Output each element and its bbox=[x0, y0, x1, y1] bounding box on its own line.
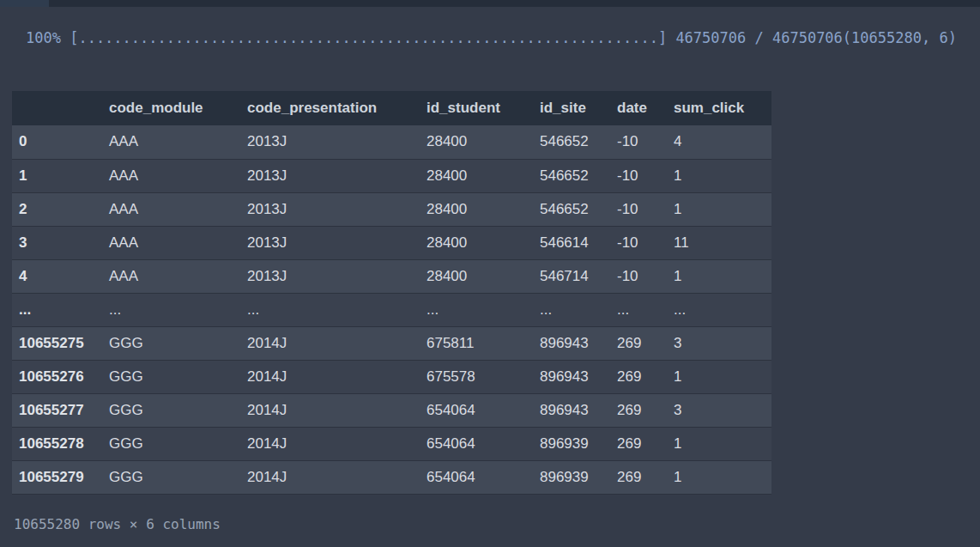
table-cell: 654064 bbox=[420, 427, 533, 460]
table-cell: 28400 bbox=[420, 125, 533, 159]
row-index-label: 10655278 bbox=[12, 427, 102, 460]
table-cell: 269 bbox=[610, 393, 667, 427]
table-cell: 269 bbox=[610, 460, 667, 494]
table-row: 10655277GGG2014J6540648969432693 bbox=[12, 393, 771, 427]
table-cell: 269 bbox=[610, 427, 667, 460]
table-cell: 2013J bbox=[240, 159, 420, 192]
table-cell: 654064 bbox=[420, 393, 533, 427]
row-index-label: 10655279 bbox=[12, 460, 102, 494]
table-header-row: code_module code_presentation id_student… bbox=[12, 91, 771, 125]
row-index-label: 3 bbox=[12, 226, 102, 259]
table-cell: 546652 bbox=[533, 159, 610, 192]
table-cell: ... bbox=[667, 293, 771, 326]
column-header-code-presentation: code_presentation bbox=[240, 91, 420, 125]
table-cell: 1 bbox=[667, 460, 771, 494]
table-cell: -10 bbox=[610, 226, 667, 259]
table-cell: 546714 bbox=[533, 259, 610, 293]
table-cell: 11 bbox=[667, 226, 771, 259]
table-cell: 2013J bbox=[240, 259, 420, 293]
table-cell: ... bbox=[610, 293, 667, 326]
table-cell: 2013J bbox=[240, 125, 420, 159]
table-cell: 1 bbox=[667, 259, 771, 293]
notebook-output-area: 100% [..................................… bbox=[0, 0, 980, 532]
table-row: 10655275GGG2014J6758118969432693 bbox=[12, 326, 771, 360]
table-cell: GGG bbox=[102, 427, 240, 460]
table-cell: 546652 bbox=[533, 192, 610, 226]
column-header-date: date bbox=[610, 91, 667, 125]
row-index-label: 4 bbox=[12, 259, 102, 293]
table-cell: GGG bbox=[102, 460, 240, 494]
row-index-label: 1 bbox=[12, 159, 102, 192]
table-row: 0AAA2013J28400546652-104 bbox=[12, 125, 771, 159]
index-column-header bbox=[12, 91, 102, 125]
row-index-label: ... bbox=[12, 293, 102, 326]
dataframe-shape-text: 10655280 rows × 6 columns bbox=[14, 516, 980, 532]
table-cell: 896943 bbox=[533, 326, 610, 360]
table-cell: 4 bbox=[667, 125, 771, 159]
table-cell: 269 bbox=[610, 326, 667, 360]
table-cell: 896939 bbox=[533, 427, 610, 460]
table-cell: -10 bbox=[610, 259, 667, 293]
table-cell: AAA bbox=[102, 159, 240, 192]
table-cell: 654064 bbox=[420, 460, 533, 494]
table-cell: 896943 bbox=[533, 393, 610, 427]
table-cell: 28400 bbox=[420, 159, 533, 192]
table-cell: AAA bbox=[102, 259, 240, 293]
table-row: 10655278GGG2014J6540648969392691 bbox=[12, 427, 771, 460]
dataframe-table: code_module code_presentation id_student… bbox=[12, 91, 771, 495]
table-row: 3AAA2013J28400546614-1011 bbox=[12, 226, 771, 259]
table-cell: 1 bbox=[667, 192, 771, 226]
column-header-code-module: code_module bbox=[102, 91, 240, 125]
table-cell: GGG bbox=[102, 360, 240, 393]
table-cell: 28400 bbox=[420, 226, 533, 259]
row-index-label: 10655276 bbox=[12, 360, 102, 393]
table-cell: AAA bbox=[102, 125, 240, 159]
table-cell: 2013J bbox=[240, 192, 420, 226]
table-cell: 28400 bbox=[420, 259, 533, 293]
table-cell: 2013J bbox=[240, 226, 420, 259]
table-cell: AAA bbox=[102, 192, 240, 226]
row-index-label: 10655275 bbox=[12, 326, 102, 360]
table-cell: 2014J bbox=[240, 326, 420, 360]
table-cell: GGG bbox=[102, 326, 240, 360]
table-cell: AAA bbox=[102, 226, 240, 259]
column-header-id-site: id_site bbox=[533, 91, 610, 125]
table-cell: 2014J bbox=[240, 393, 420, 427]
column-header-sum-click: sum_click bbox=[667, 91, 771, 125]
table-cell: 896939 bbox=[533, 460, 610, 494]
table-cell: 2014J bbox=[240, 360, 420, 393]
table-row: 10655279GGG2014J6540648969392691 bbox=[12, 460, 771, 494]
table-cell: ... bbox=[102, 293, 240, 326]
table-cell: 1 bbox=[667, 360, 771, 393]
row-index-label: 10655277 bbox=[12, 393, 102, 427]
table-cell: 546614 bbox=[533, 226, 610, 259]
table-row: 2AAA2013J28400546652-101 bbox=[12, 192, 771, 226]
download-progress-text: 100% [..................................… bbox=[26, 31, 980, 46]
table-cell: -10 bbox=[610, 125, 667, 159]
table-cell: 3 bbox=[667, 326, 771, 360]
table-cell: 675578 bbox=[420, 360, 533, 393]
row-index-label: 0 bbox=[12, 125, 102, 159]
table-cell: 1 bbox=[667, 159, 771, 192]
table-cell: 2014J bbox=[240, 427, 420, 460]
table-cell: ... bbox=[533, 293, 610, 326]
table-row: ..................... bbox=[12, 293, 771, 326]
table-row: 4AAA2013J28400546714-101 bbox=[12, 259, 771, 293]
table-row: 10655276GGG2014J6755788969432691 bbox=[12, 360, 771, 393]
table-cell: -10 bbox=[610, 159, 667, 192]
table-cell: GGG bbox=[102, 393, 240, 427]
top-strip bbox=[0, 0, 980, 7]
table-cell: 2014J bbox=[240, 460, 420, 494]
row-index-label: 2 bbox=[12, 192, 102, 226]
table-cell: 28400 bbox=[420, 192, 533, 226]
table-cell: 1 bbox=[667, 427, 771, 460]
table-cell: ... bbox=[240, 293, 420, 326]
cell-toolbar-fragment bbox=[0, 0, 49, 7]
table-cell: -10 bbox=[610, 192, 667, 226]
table-cell: 896943 bbox=[533, 360, 610, 393]
table-cell: 546652 bbox=[533, 125, 610, 159]
table-cell: 269 bbox=[610, 360, 667, 393]
table-cell: 3 bbox=[667, 393, 771, 427]
table-body: 0AAA2013J28400546652-1041AAA2013J2840054… bbox=[12, 125, 771, 494]
table-cell: ... bbox=[420, 293, 533, 326]
